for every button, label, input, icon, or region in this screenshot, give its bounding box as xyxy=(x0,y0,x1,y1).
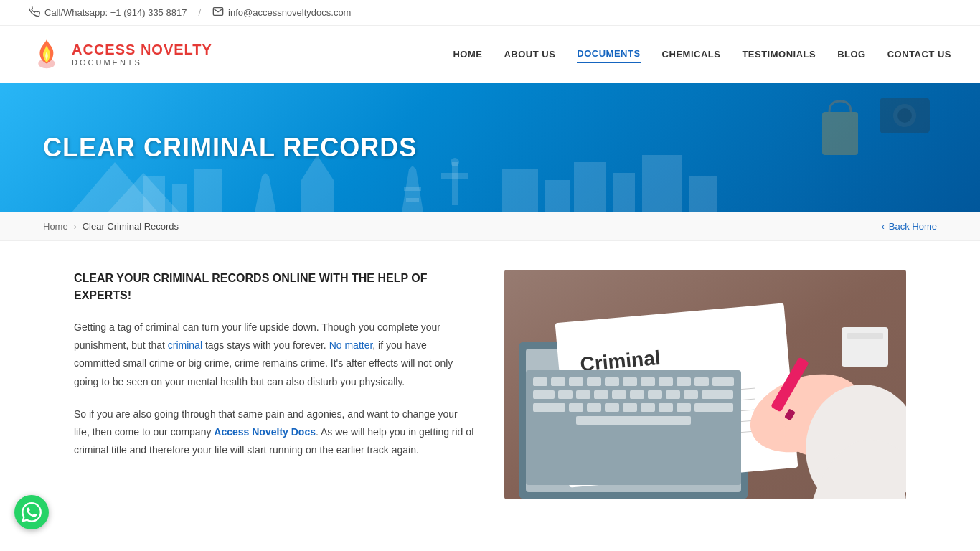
svg-rect-72 xyxy=(576,416,691,425)
svg-rect-60 xyxy=(666,390,680,399)
svg-rect-13 xyxy=(613,173,635,212)
back-home-chevron: ‹ xyxy=(881,221,884,232)
svg-rect-63 xyxy=(533,403,565,412)
criminal-records-svg: Criminal Records xyxy=(504,270,906,499)
svg-rect-56 xyxy=(594,390,608,399)
svg-rect-15 xyxy=(689,176,717,212)
breadcrumb-left: Home › Clear Criminal Records xyxy=(43,221,179,232)
criminal-records-image: Criminal Records xyxy=(504,270,906,499)
svg-point-20 xyxy=(451,158,459,166)
svg-rect-59 xyxy=(648,390,662,399)
svg-marker-7 xyxy=(255,173,276,212)
svg-rect-18 xyxy=(452,162,458,205)
svg-rect-12 xyxy=(574,162,606,212)
email-label: info@accessnoveltydocs.com xyxy=(228,7,351,18)
svg-marker-3 xyxy=(406,198,419,202)
nav-item-about-us[interactable]: ABOUT US xyxy=(504,46,555,62)
logo-name: ACCESS NOVELTY xyxy=(72,42,212,58)
logo-icon xyxy=(29,37,65,72)
svg-rect-41 xyxy=(526,370,741,485)
svg-rect-47 xyxy=(623,377,637,386)
main-nav: HOMEABOUT USDOCUMENTSCHEMICALSTESTIMONIA… xyxy=(453,45,951,63)
hero-deco-items xyxy=(793,90,937,205)
phone-info: Call/Whatsapp: +1 (914) 335 8817 xyxy=(29,6,187,19)
header: ACCESS NOVELTY DOCUMENTS HOMEABOUT USDOC… xyxy=(0,26,980,83)
article-title: CLEAR YOUR CRIMINAL RECORDS ONLINE WITH … xyxy=(74,270,476,304)
nav-item-testimonials[interactable]: TESTIMONIALS xyxy=(742,46,816,62)
logo-text: ACCESS NOVELTY DOCUMENTS xyxy=(72,42,212,67)
svg-rect-43 xyxy=(551,377,565,386)
logo[interactable]: ACCESS NOVELTY DOCUMENTS xyxy=(29,37,212,72)
svg-rect-50 xyxy=(677,377,691,386)
main-content: CLEAR YOUR CRIMINAL RECORDS ONLINE WITH … xyxy=(31,241,949,528)
highlight-criminal: criminal xyxy=(168,339,202,351)
highlight-no-matter: No matter xyxy=(329,339,373,351)
svg-rect-64 xyxy=(569,403,583,412)
article-image-section: Criminal Records xyxy=(504,270,906,499)
svg-rect-67 xyxy=(623,403,637,412)
nav-item-documents[interactable]: DOCUMENTS xyxy=(577,45,640,63)
svg-rect-19 xyxy=(441,173,468,179)
topbar-divider: / xyxy=(198,7,201,18)
phone-icon xyxy=(29,6,40,19)
svg-rect-62 xyxy=(702,390,733,399)
svg-rect-55 xyxy=(576,390,590,399)
phone-label: Call/Whatsapp: +1 (914) 335 8817 xyxy=(44,7,187,18)
svg-rect-57 xyxy=(612,390,626,399)
nav-item-blog[interactable]: BLOG xyxy=(837,46,866,62)
breadcrumb-chevron: › xyxy=(74,222,77,232)
whatsapp-icon xyxy=(22,502,42,522)
svg-rect-8 xyxy=(301,180,334,212)
logo-access: ACCESS xyxy=(72,42,136,57)
svg-rect-65 xyxy=(587,403,601,412)
svg-rect-69 xyxy=(659,403,673,412)
svg-rect-6 xyxy=(194,169,222,212)
back-home-label: Back Home xyxy=(889,221,937,232)
svg-rect-24 xyxy=(822,112,858,155)
svg-marker-2 xyxy=(404,187,421,191)
back-home-link[interactable]: ‹ Back Home xyxy=(881,221,937,232)
breadcrumb-home[interactable]: Home xyxy=(43,221,68,232)
svg-rect-44 xyxy=(569,377,583,386)
svg-rect-46 xyxy=(605,377,619,386)
article-paragraph-1: Getting a tag of criminal can turn your … xyxy=(74,319,476,391)
svg-rect-51 xyxy=(694,377,709,386)
svg-rect-53 xyxy=(533,390,555,399)
nav-item-contact-us[interactable]: CONTACT US xyxy=(887,46,951,62)
svg-rect-58 xyxy=(630,390,644,399)
top-bar: Call/Whatsapp: +1 (914) 335 8817 / info@… xyxy=(0,0,980,26)
svg-rect-49 xyxy=(659,377,673,386)
email-info: info@accessnoveltydocs.com xyxy=(212,6,351,19)
hero-title: CLEAR CRIMINAL RECORDS xyxy=(43,133,417,163)
svg-rect-71 xyxy=(694,403,733,412)
svg-rect-45 xyxy=(587,377,601,386)
svg-rect-14 xyxy=(642,155,682,212)
company-link[interactable]: Access Novelty Docs xyxy=(214,426,316,438)
hero-banner: CLEAR CRIMINAL RECORDS xyxy=(0,83,980,212)
email-icon xyxy=(212,6,224,19)
svg-rect-52 xyxy=(712,377,734,386)
article-paragraph-2: So if you are also going through that sa… xyxy=(74,405,476,460)
nav-item-chemicals[interactable]: CHEMICALS xyxy=(662,46,721,62)
breadcrumb-current: Clear Criminal Records xyxy=(83,221,179,232)
article-section: CLEAR YOUR CRIMINAL RECORDS ONLINE WITH … xyxy=(74,270,476,499)
breadcrumb: Home › Clear Criminal Records ‹ Back Hom… xyxy=(0,212,980,241)
svg-point-23 xyxy=(897,108,912,123)
logo-sub: DOCUMENTS xyxy=(72,58,212,67)
svg-rect-74 xyxy=(847,333,883,339)
logo-novelty: NOVELTY xyxy=(136,42,212,57)
svg-rect-61 xyxy=(684,390,698,399)
svg-rect-68 xyxy=(641,403,655,412)
nav-item-home[interactable]: HOME xyxy=(453,46,482,62)
svg-rect-11 xyxy=(545,180,570,212)
svg-rect-54 xyxy=(558,390,573,399)
svg-rect-10 xyxy=(502,169,538,212)
svg-rect-70 xyxy=(677,403,691,412)
svg-rect-42 xyxy=(533,377,547,386)
svg-rect-48 xyxy=(641,377,655,386)
svg-rect-66 xyxy=(605,403,619,412)
whatsapp-button[interactable] xyxy=(14,495,49,528)
